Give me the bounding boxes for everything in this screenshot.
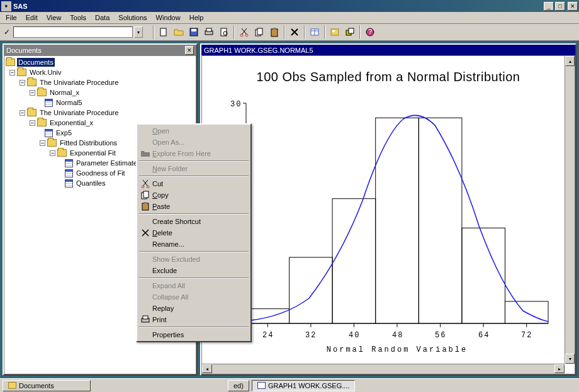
folder-icon — [57, 149, 67, 157]
save-icon[interactable] — [187, 25, 201, 39]
context-copy[interactable]: Copy — [138, 189, 250, 201]
svg-text:72: 72 — [521, 331, 532, 340]
svg-text:56: 56 — [435, 331, 446, 340]
table-icon — [65, 169, 73, 177]
x-ticks: 24 32 40 48 56 64 72 — [262, 323, 532, 340]
collapse-icon[interactable]: − — [30, 90, 35, 96]
graph-body: 100 Obs Sampled from a Normal Distributi… — [201, 55, 575, 374]
blank-icon — [140, 216, 151, 227]
context-properties[interactable]: Properties — [138, 329, 250, 340]
scroll-up-icon[interactable]: ▴ — [565, 56, 575, 66]
minimize-button[interactable]: _ — [544, 2, 554, 11]
menu-tools[interactable]: Tools — [65, 13, 91, 23]
menu-solutions[interactable]: Solutions — [114, 13, 151, 23]
command-input[interactable] — [13, 26, 133, 38]
context-create-shortcut[interactable]: Create Shortcut — [138, 216, 250, 227]
context-separator — [139, 277, 249, 279]
maximize-button[interactable]: □ — [555, 2, 565, 11]
blank-icon — [140, 254, 151, 264]
menu-data[interactable]: Data — [91, 13, 114, 23]
folder-icon — [6, 59, 15, 66]
explorer-icon[interactable] — [328, 25, 342, 39]
menu-edit[interactable]: Edit — [21, 13, 42, 23]
taskbar-graph[interactable]: GRAPH1 WORK.GSEG.... — [252, 380, 356, 391]
tree-item[interactable]: Fitted Distributions — [59, 138, 118, 147]
bars — [246, 118, 548, 323]
context-delete[interactable]: Delete — [138, 227, 250, 238]
collapse-icon[interactable]: − — [50, 150, 55, 156]
tree-root[interactable]: Documents — [17, 58, 55, 67]
close-button[interactable]: ✕ — [568, 2, 578, 11]
menu-help[interactable]: Help — [185, 13, 208, 23]
table-icon — [45, 129, 53, 137]
tree-item[interactable]: Normal_x — [48, 88, 81, 97]
context-collapse-all: Collapse All — [138, 291, 250, 303]
collapse-icon[interactable]: − — [20, 110, 25, 116]
menu-window[interactable]: Window — [152, 13, 185, 23]
blank-icon — [140, 292, 151, 302]
preview-icon[interactable] — [217, 25, 231, 39]
svg-rect-50 — [142, 203, 149, 210]
submit-check-icon[interactable]: ✓ — [2, 27, 12, 37]
toolbar: ✓ ▾ ? — [0, 24, 579, 41]
tree-item[interactable]: Quantiles — [75, 179, 106, 188]
tree-item[interactable]: Goodness of Fit — [75, 169, 126, 177]
menubar: File Edit View Tools Data Solutions Wind… — [0, 12, 579, 24]
context-paste[interactable]: Paste — [138, 201, 250, 212]
svg-rect-4 — [206, 28, 211, 31]
tree-item[interactable]: Normal5 — [55, 98, 84, 107]
collapse-icon[interactable]: − — [20, 80, 25, 86]
context-exclude[interactable]: Exclude — [138, 265, 250, 276]
print-icon[interactable] — [202, 25, 216, 39]
context-replay[interactable]: Replay — [138, 303, 250, 314]
paste-icon[interactable] — [267, 25, 281, 39]
svg-text:?: ? — [368, 28, 372, 35]
scroll-down-icon[interactable]: ▾ — [565, 354, 575, 364]
vertical-scrollbar[interactable]: ▴ ▾ — [565, 56, 575, 364]
cut-icon[interactable] — [237, 25, 251, 39]
folder-icon — [37, 89, 47, 96]
svg-rect-2 — [191, 29, 196, 31]
scroll-left-icon[interactable]: ◂ — [202, 364, 212, 373]
command-dropdown-icon[interactable]: ▾ — [134, 26, 143, 38]
context-menu: OpenOpen As...Explore From HereNew Folde… — [136, 123, 252, 342]
documents-close-icon[interactable]: ✕ — [185, 46, 194, 55]
tree-item[interactable]: Exponential Fit — [69, 148, 117, 157]
copy-icon[interactable] — [252, 25, 266, 39]
scroll-right-icon[interactable]: ▸ — [554, 364, 565, 373]
tree-item[interactable]: The Univariate Procedure — [38, 78, 120, 87]
open-icon[interactable] — [172, 25, 186, 39]
delete-icon — [140, 228, 151, 238]
graph-title: GRAPH1 WORK.GSEG.NORMAL5 — [201, 45, 575, 55]
collapse-icon[interactable]: − — [30, 120, 35, 126]
taskbar-partial[interactable]: ed) — [228, 380, 249, 391]
layers-icon[interactable] — [343, 25, 357, 39]
app-icon: ✦ — [1, 1, 11, 11]
app-title: SAS — [13, 3, 544, 10]
context-cut[interactable]: Cut — [138, 178, 250, 189]
chart: 30 24 32 — [208, 91, 561, 361]
svg-text:32: 32 — [305, 331, 317, 340]
svg-text:48: 48 — [392, 331, 403, 340]
tree-item[interactable]: Work.Univ — [28, 68, 63, 77]
taskbar-documents[interactable]: Documents — [3, 380, 91, 391]
graph-panel: GRAPH1 WORK.GSEG.NORMAL5 100 Obs Sampled… — [200, 43, 576, 376]
help-icon[interactable]: ? — [363, 25, 377, 39]
context-rename-[interactable]: Rename... — [138, 238, 250, 250]
tree-item[interactable]: Exponential_x — [48, 118, 94, 127]
context-separator — [139, 213, 249, 215]
tree-item[interactable]: The Univariate Procedure — [38, 108, 120, 117]
delete-x-icon[interactable] — [288, 25, 301, 39]
new-icon[interactable] — [157, 25, 171, 39]
collapse-icon[interactable]: − — [40, 140, 45, 146]
context-separator — [139, 251, 249, 252]
table-icon[interactable] — [308, 25, 322, 39]
tree-item[interactable]: Parameter Estimates — [75, 159, 142, 167]
horizontal-scrollbar[interactable]: ◂ ▸ — [202, 364, 565, 374]
menu-file[interactable]: File — [1, 13, 21, 23]
menu-view[interactable]: View — [42, 13, 66, 23]
tree-item[interactable]: Exp5 — [55, 128, 73, 137]
collapse-icon[interactable]: − — [9, 70, 15, 76]
context-print[interactable]: Print — [138, 314, 250, 325]
blank-icon — [140, 239, 151, 249]
